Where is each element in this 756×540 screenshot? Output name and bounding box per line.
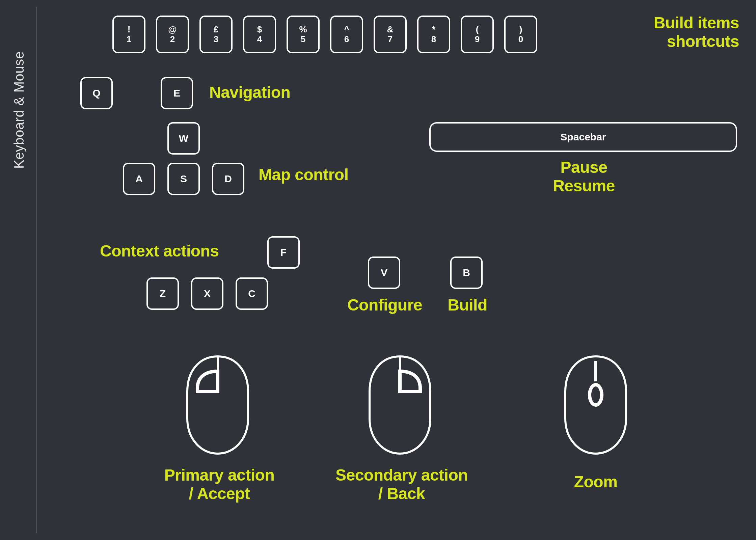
- key-c: C: [236, 277, 268, 310]
- label-pause-resume: Pause Resume: [526, 158, 641, 195]
- mouse-right-click-icon: [364, 354, 435, 456]
- key-a: A: [123, 163, 155, 195]
- key-4: $ 4: [243, 16, 276, 53]
- label-line2: Resume: [553, 177, 615, 195]
- key-f: F: [267, 236, 300, 269]
- key-w: W: [167, 122, 200, 155]
- key-upper: ): [519, 25, 522, 34]
- key-5: % 5: [287, 16, 320, 53]
- key-1: ! 1: [112, 16, 145, 53]
- key-upper: $: [257, 25, 262, 34]
- key-upper: !: [128, 25, 131, 34]
- key-upper: @: [168, 25, 177, 34]
- key-upper: %: [299, 25, 307, 34]
- key-3: £ 3: [199, 16, 233, 53]
- key-upper: £: [214, 25, 218, 34]
- key-upper: *: [432, 25, 435, 34]
- key-upper: ^: [344, 25, 349, 34]
- label-line2: / Back: [378, 485, 425, 503]
- key-lower: 1: [127, 34, 131, 44]
- label-configure: Configure: [341, 296, 429, 314]
- key-lower: 3: [214, 34, 218, 44]
- key-z: Z: [146, 277, 179, 310]
- key-x: X: [191, 277, 223, 310]
- key-lower: 4: [257, 34, 262, 44]
- label-zoom: Zoom: [560, 473, 631, 491]
- key-upper: &: [387, 25, 394, 34]
- label-line2: / Accept: [189, 485, 250, 503]
- key-lower: 0: [518, 34, 523, 44]
- key-lower: 8: [431, 34, 436, 44]
- key-lower: 7: [388, 34, 393, 44]
- key-7: & 7: [374, 16, 407, 53]
- label-line1: Primary action: [164, 466, 274, 484]
- key-upper: (: [476, 25, 479, 34]
- label-line2: shortcuts: [667, 32, 739, 50]
- label-build-shortcuts: Build items shortcuts: [564, 14, 739, 51]
- key-v: V: [368, 256, 400, 289]
- label-line1: Pause: [561, 158, 608, 176]
- label-line1: Secondary action: [335, 466, 468, 484]
- sidebar-title: Keyboard & Mouse: [11, 51, 27, 169]
- label-secondary-action: Secondary action / Back: [314, 466, 489, 503]
- key-lower: 9: [475, 34, 480, 44]
- key-0: ) 0: [504, 16, 537, 53]
- svg-point-3: [590, 385, 602, 405]
- label-navigation: Navigation: [209, 83, 290, 102]
- label-primary-action: Primary action / Accept: [135, 466, 304, 503]
- key-d: D: [212, 163, 244, 195]
- key-b: B: [450, 256, 483, 289]
- key-6: ^ 6: [330, 16, 363, 53]
- mouse-left-click-icon: [182, 354, 253, 456]
- key-9: ( 9: [461, 16, 494, 53]
- key-spacebar: Spacebar: [429, 122, 737, 152]
- label-context-actions: Context actions: [100, 242, 219, 260]
- key-8: * 8: [417, 16, 450, 53]
- key-lower: 5: [301, 34, 305, 44]
- label-build: Build: [439, 296, 496, 314]
- mouse-scroll-icon: [560, 354, 631, 456]
- key-lower: 2: [170, 34, 175, 44]
- key-e: E: [161, 77, 193, 109]
- key-q: Q: [80, 77, 113, 109]
- label-line1: Build items: [654, 14, 739, 32]
- key-lower: 6: [344, 34, 349, 44]
- sidebar-divider: [36, 7, 37, 533]
- key-2: @ 2: [156, 16, 189, 53]
- key-s: S: [167, 163, 200, 195]
- label-map-control: Map control: [259, 165, 349, 184]
